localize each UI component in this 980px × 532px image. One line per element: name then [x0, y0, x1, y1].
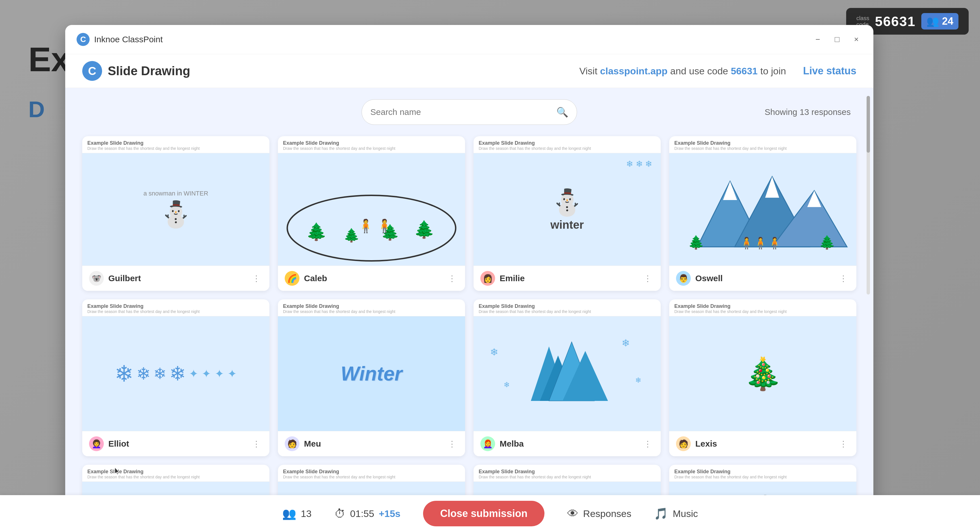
card-melba-header: Example Slide Drawing Draw the season th…: [474, 299, 661, 316]
elliot-menu-button[interactable]: ⋮: [250, 438, 262, 450]
svg-text:🧍: 🧍: [358, 218, 374, 234]
svg-text:🧍: 🧍: [376, 218, 393, 234]
responses-item[interactable]: 👁 Responses: [567, 507, 631, 520]
meu-menu-button[interactable]: ⋮: [446, 438, 458, 450]
card-meu: Example Slide Drawing Draw the season th…: [278, 299, 465, 456]
card-elliot-footer: 👩‍🦱 Elliot ⋮: [82, 431, 269, 456]
join-text-2: and use code: [670, 65, 728, 76]
class-code-students: 👥 24: [921, 13, 958, 30]
card-partial-1-header: Example Slide Drawing Draw the season th…: [82, 465, 269, 482]
close-button[interactable]: ×: [851, 34, 862, 45]
card-caleb-drawing: 🌲 🌲 🌲 🌲 🧍 🧍: [278, 153, 465, 266]
search-icon: 🔍: [556, 107, 568, 118]
card-caleb: Example Slide Drawing Draw the season th…: [278, 136, 465, 291]
card-emilie-footer: 👩 Emilie ⋮: [474, 266, 661, 291]
responses-icon: 👁: [567, 507, 579, 520]
card-oswell-header: Example Slide Drawing Draw the season th…: [669, 136, 856, 153]
header-row: C Slide Drawing Visit classpoint.app and…: [65, 54, 873, 88]
join-text-3: to join: [760, 65, 786, 76]
maximize-button[interactable]: □: [831, 34, 843, 45]
content-area: 🔍 Showing 13 responses Example Slide Dra…: [65, 88, 873, 513]
timer-value: 01:55: [350, 508, 374, 519]
svg-text:❄: ❄: [504, 381, 510, 389]
caleb-menu-button[interactable]: ⋮: [446, 272, 458, 285]
melba-menu-button[interactable]: ⋮: [641, 438, 654, 450]
guilbert-name: Guilbert: [108, 274, 250, 283]
svg-text:❄: ❄: [635, 376, 641, 384]
meu-avatar: 🧑: [285, 436, 299, 451]
svg-text:🧍: 🧍: [753, 236, 768, 250]
card-emilie-drawing: ⛄ winter ❄ ❄ ❄: [474, 153, 661, 266]
timer-item: ⏱ 01:55 +15s: [334, 507, 401, 520]
card-melba: Example Slide Drawing Draw the season th…: [474, 299, 661, 456]
cursor: [113, 467, 122, 475]
lexis-menu-button[interactable]: ⋮: [837, 438, 850, 450]
melba-name: Melba: [500, 439, 641, 449]
lexis-avatar: 🧑: [676, 436, 691, 451]
students-icon: 👥: [926, 15, 939, 27]
responses-count: Showing 13 responses: [765, 107, 851, 117]
svg-text:🌲: 🌲: [414, 219, 435, 239]
title-bar: C Inknoe ClassPoint − □ ×: [65, 25, 873, 54]
card-oswell-footer: 👨 Oswell ⋮: [669, 266, 856, 291]
music-item[interactable]: 🎵 Music: [654, 507, 698, 520]
join-code: 56631: [731, 65, 758, 76]
join-text-1: Visit: [579, 65, 597, 76]
timer-plus[interactable]: +15s: [379, 508, 401, 519]
header-logo-icon: C: [82, 61, 102, 81]
caleb-name: Caleb: [304, 274, 446, 283]
card-melba-drawing: ❄ ❄ ❄ ❄: [474, 316, 661, 431]
timer-icon: ⏱: [334, 507, 346, 520]
oswell-avatar: 👨: [676, 271, 691, 286]
svg-text:🧍: 🧍: [740, 236, 754, 250]
card-partial-4-header: Example Slide Drawing Draw the season th…: [669, 465, 856, 482]
card-guilbert-drawing: a snowman in WINTER ⛄: [82, 153, 269, 266]
melba-avatar: 👩‍🦰: [480, 436, 495, 451]
svg-text:🌲: 🌲: [688, 235, 705, 250]
slide-drawing-title: Slide Drawing: [108, 64, 190, 78]
card-meu-footer: 🧑 Meu ⋮: [278, 431, 465, 456]
minimize-button[interactable]: −: [812, 34, 824, 45]
scrollbar[interactable]: [867, 96, 870, 295]
responses-label: Responses: [583, 508, 631, 519]
card-meu-header: Example Slide Drawing Draw the season th…: [278, 299, 465, 316]
meu-name: Meu: [304, 439, 446, 449]
app-name: Inknoe ClassPoint: [94, 35, 163, 44]
card-oswell: Example Slide Drawing Draw the season th…: [669, 136, 856, 291]
card-elliot-header: Example Slide Drawing Draw the season th…: [82, 299, 269, 316]
join-link[interactable]: classpoint.app: [600, 65, 668, 76]
students-count: 13: [301, 508, 312, 519]
card-melba-footer: 👩‍🦰 Melba ⋮: [474, 431, 661, 456]
cards-grid: Example Slide Drawing Draw the season th…: [65, 133, 873, 513]
svg-text:❄: ❄: [490, 346, 498, 357]
emilie-name: Emilie: [500, 274, 641, 283]
music-icon: 🎵: [654, 507, 668, 520]
card-partial-3-header: Example Slide Drawing Draw the season th…: [474, 465, 661, 482]
card-caleb-footer: 🌈 Caleb ⋮: [278, 266, 465, 291]
lexis-name: Lexis: [695, 439, 837, 449]
caleb-avatar: 🌈: [285, 271, 299, 286]
scrollbar-thumb[interactable]: [867, 96, 870, 153]
card-emilie-header: Example Slide Drawing Draw the season th…: [474, 136, 661, 153]
card-meu-drawing: Winter: [278, 316, 465, 431]
students-icon: 👥: [282, 507, 296, 520]
elliot-name: Elliot: [108, 439, 250, 449]
window-controls: − □ ×: [812, 34, 862, 45]
students-count: 24: [942, 15, 953, 27]
bottom-bar: 👥 13 ⏱ 01:55 +15s Close submission 👁 Res…: [0, 495, 980, 532]
emilie-menu-button[interactable]: ⋮: [641, 272, 654, 285]
main-dialog: C Inknoe ClassPoint − □ × C Slide Drawin…: [65, 25, 873, 513]
class-code-number: 56631: [875, 14, 915, 29]
oswell-name: Oswell: [695, 274, 837, 283]
live-status-link[interactable]: Live status: [803, 65, 856, 77]
card-lexis-header: Example Slide Drawing Draw the season th…: [669, 299, 856, 316]
close-submission-button[interactable]: Close submission: [423, 501, 544, 526]
oswell-menu-button[interactable]: ⋮: [837, 272, 850, 285]
card-guilbert: Example Slide Drawing Draw the season th…: [82, 136, 269, 291]
guilbert-menu-button[interactable]: ⋮: [250, 272, 262, 285]
search-box: 🔍: [361, 99, 577, 125]
search-input[interactable]: [370, 107, 552, 117]
card-emilie: Example Slide Drawing Draw the season th…: [474, 136, 661, 291]
card-caleb-header: Example Slide Drawing Draw the season th…: [278, 136, 465, 153]
card-elliot: Example Slide Drawing Draw the season th…: [82, 299, 269, 456]
